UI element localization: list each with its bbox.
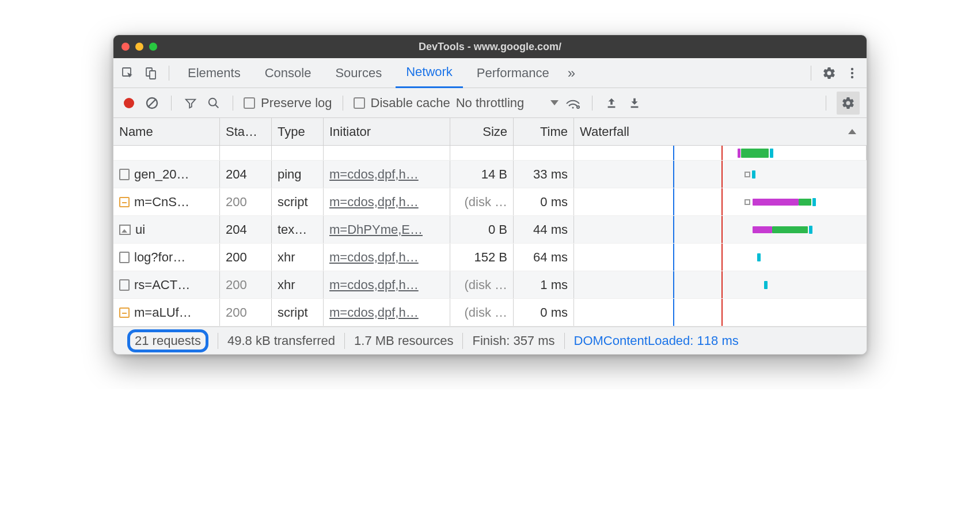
tab-sources[interactable]: Sources	[325, 58, 392, 88]
search-icon[interactable]	[205, 94, 222, 112]
cell-name: rs=ACT…	[134, 278, 190, 293]
kebab-menu-icon[interactable]	[842, 63, 862, 83]
filter-icon[interactable]	[182, 94, 199, 112]
minimize-window-button[interactable]	[135, 43, 143, 51]
devtools-window: DevTools - www.google.com/ Elements Cons…	[113, 35, 867, 355]
disable-cache-checkbox[interactable]: Disable cache	[354, 96, 450, 111]
checkbox-icon	[354, 97, 365, 109]
cell-type: xhr	[272, 244, 324, 271]
svg-point-10	[572, 107, 574, 108]
record-button[interactable]	[124, 98, 134, 108]
cell-time: 0 ms	[514, 299, 574, 326]
resources-size: 1.7 MB resources	[345, 333, 463, 349]
device-toggle-icon[interactable]	[141, 63, 161, 83]
finish-time: Finish: 357 ms	[463, 333, 564, 349]
cell-type: xhr	[272, 271, 324, 298]
cell-type: script	[272, 299, 324, 326]
script-file-icon	[119, 197, 130, 207]
separator	[169, 66, 169, 81]
throttling-select[interactable]: No throttling	[456, 96, 559, 111]
cell-size: 14 B	[450, 161, 514, 188]
download-icon[interactable]	[626, 94, 643, 112]
col-header-time[interactable]: Time	[514, 118, 574, 145]
cell-status: 204	[220, 216, 272, 243]
table-row[interactable]: m=CnS…200scriptm=cdos,dpf,h…(disk …0 ms	[113, 188, 867, 216]
svg-line-9	[215, 104, 219, 108]
cell-status: 200	[220, 271, 272, 298]
window-titlebar: DevTools - www.google.com/	[113, 35, 867, 58]
cell-size: (disk …	[450, 188, 514, 215]
svg-line-7	[148, 99, 156, 107]
separator	[826, 96, 826, 111]
col-header-waterfall[interactable]: Waterfall	[574, 118, 867, 145]
cell-size: 0 B	[450, 216, 514, 243]
separator	[233, 96, 233, 111]
cell-waterfall	[574, 271, 867, 298]
overview-band[interactable]	[113, 146, 867, 161]
svg-point-5	[851, 75, 853, 78]
cell-size: 152 B	[450, 244, 514, 271]
image-file-icon	[119, 225, 131, 235]
table-row[interactable]: gen_20…204pingm=cdos,dpf,h…14 B33 ms	[113, 161, 867, 188]
settings-gear-icon[interactable]	[819, 63, 839, 83]
col-header-type[interactable]: Type	[272, 118, 324, 145]
cell-name: ui	[135, 222, 145, 237]
table-row[interactable]: m=aLUf…200scriptm=cdos,dpf,h…(disk …0 ms	[113, 299, 867, 326]
upload-icon[interactable]	[603, 94, 620, 112]
requests-count: 21 requests	[121, 333, 218, 349]
document-file-icon	[119, 279, 130, 291]
svg-point-3	[851, 67, 853, 70]
cell-type: ping	[272, 161, 324, 188]
cell-name: gen_20…	[134, 167, 189, 182]
cell-time: 64 ms	[514, 244, 574, 271]
tab-console[interactable]: Console	[255, 58, 322, 88]
cell-initiator[interactable]: m=cdos,dpf,h…	[329, 250, 419, 265]
col-header-initiator[interactable]: Initiator	[324, 118, 450, 145]
svg-rect-13	[608, 106, 616, 108]
network-settings-gear-icon[interactable]	[837, 92, 860, 115]
chevron-down-icon	[550, 100, 559, 105]
col-header-status[interactable]: Sta…	[220, 118, 272, 145]
tab-network[interactable]: Network	[396, 58, 463, 88]
cell-initiator[interactable]: m=cdos,dpf,h…	[329, 167, 419, 182]
svg-rect-14	[631, 106, 639, 108]
clear-icon[interactable]	[143, 94, 161, 112]
cell-time: 0 ms	[514, 188, 574, 215]
disable-cache-label: Disable cache	[371, 96, 450, 111]
table-row[interactable]: ui204tex…m=DhPYme,E…0 B44 ms	[113, 216, 867, 244]
close-window-button[interactable]	[121, 43, 130, 51]
traffic-lights	[121, 43, 157, 51]
cell-waterfall	[574, 188, 867, 215]
waterfall-label: Waterfall	[580, 124, 629, 139]
window-title: DevTools - www.google.com/	[113, 41, 867, 53]
cell-name: m=aLUf…	[134, 305, 192, 320]
cell-name: log?for…	[134, 250, 185, 265]
tab-elements[interactable]: Elements	[177, 58, 251, 88]
network-controls: Preserve log Disable cache No throttling	[113, 88, 867, 118]
maximize-window-button[interactable]	[149, 43, 157, 51]
network-conditions-icon[interactable]	[564, 94, 582, 112]
cell-status: 200	[220, 244, 272, 271]
cell-initiator[interactable]: m=cdos,dpf,h…	[329, 195, 419, 210]
svg-point-12	[578, 107, 579, 108]
table-row[interactable]: rs=ACT…200xhrm=cdos,dpf,h…(disk …1 ms	[113, 271, 867, 299]
cell-waterfall	[574, 161, 867, 188]
separator	[811, 66, 811, 81]
col-header-size[interactable]: Size	[450, 118, 514, 145]
col-header-name[interactable]: Name	[113, 118, 220, 145]
inspect-element-icon[interactable]	[118, 63, 138, 83]
cell-status: 200	[220, 188, 272, 215]
table-row[interactable]: log?for…200xhrm=cdos,dpf,h…152 B64 ms	[113, 244, 867, 271]
preserve-log-checkbox[interactable]: Preserve log	[244, 96, 332, 111]
cell-type: tex…	[272, 216, 324, 243]
throttling-value: No throttling	[456, 96, 525, 111]
cell-initiator[interactable]: m=cdos,dpf,h…	[329, 278, 419, 293]
tabs-overflow[interactable]: »	[563, 58, 580, 88]
cell-waterfall	[574, 216, 867, 243]
cell-time: 1 ms	[514, 271, 574, 298]
cell-size: (disk …	[450, 299, 514, 326]
cell-initiator[interactable]: m=DhPYme,E…	[329, 222, 423, 237]
cell-initiator[interactable]: m=cdos,dpf,h…	[329, 305, 419, 320]
cell-name: m=CnS…	[134, 195, 189, 210]
tab-performance[interactable]: Performance	[466, 58, 560, 88]
